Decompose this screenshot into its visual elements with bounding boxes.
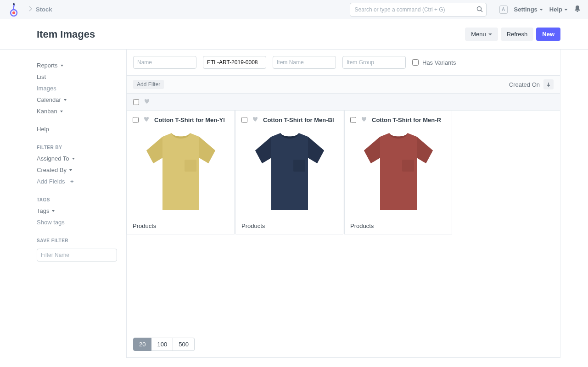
item-card[interactable]: Cotton T-Shirt for Men-Bl Products — [235, 111, 343, 234]
card-title: Cotton T-Shirt for Men-Bl — [263, 117, 334, 123]
chevron-down-icon — [69, 169, 72, 171]
filter-has-variants[interactable]: Has Variants — [412, 59, 456, 66]
app-logo[interactable] — [7, 3, 20, 16]
cards-container: Cotton T-Shirt for Men-Yl Products Cotto… — [127, 111, 560, 331]
sidebar-show-tags[interactable]: Show tags — [37, 217, 126, 228]
card-image — [236, 126, 343, 218]
svg-point-3 — [477, 6, 481, 11]
card-category: Products — [236, 218, 343, 234]
card-title: Cotton T-Shirt for Men-R — [372, 117, 441, 123]
chevron-down-icon — [539, 9, 543, 11]
filter-name-input[interactable] — [37, 249, 117, 261]
card-image — [127, 126, 234, 218]
svg-point-1 — [12, 11, 15, 14]
filter-item-group[interactable] — [342, 56, 406, 69]
page-size-20[interactable]: 20 — [133, 338, 151, 351]
save-filter-heading: SAVE FILTER — [37, 238, 126, 243]
search-input[interactable] — [350, 3, 487, 17]
card-category: Products — [345, 218, 452, 234]
pagination: 20100500 — [127, 331, 560, 357]
heart-icon[interactable] — [361, 116, 367, 123]
filter-by-heading: FILTER BY — [37, 145, 126, 150]
breadcrumb-item[interactable]: Stock — [36, 6, 52, 13]
chevron-down-icon — [564, 9, 568, 11]
chevron-down-icon — [72, 158, 75, 160]
sidebar-item-help[interactable]: Help — [37, 123, 126, 135]
chevron-down-icon — [61, 65, 63, 67]
card-checkbox[interactable] — [133, 117, 139, 123]
filter-name[interactable] — [133, 56, 196, 69]
addfilter-row: Add Filter Created On — [127, 76, 560, 94]
sidebar: Reports List Images Calendar Kanban Help… — [37, 50, 126, 358]
chevron-down-icon — [52, 210, 55, 212]
filter-row: Has Variants — [127, 50, 560, 76]
topbar: Stock A Settings Help — [0, 0, 588, 19]
tags-heading: TAGS — [37, 197, 126, 202]
card-head: Cotton T-Shirt for Men-Yl — [127, 111, 234, 126]
help-menu[interactable]: Help — [549, 6, 568, 13]
sort-direction-button[interactable] — [543, 79, 554, 89]
filter-item-code[interactable] — [203, 56, 266, 69]
page-actions: Menu Refresh New — [465, 28, 560, 41]
card-title: Cotton T-Shirt for Men-Yl — [154, 117, 225, 123]
sidebar-item-reports[interactable]: Reports — [37, 60, 126, 71]
refresh-button[interactable]: Refresh — [501, 28, 534, 41]
plus-icon: + — [70, 178, 74, 185]
heart-icon[interactable] — [144, 98, 150, 106]
has-variants-checkbox[interactable] — [412, 59, 419, 66]
main: Has Variants Add Filter Created On — [126, 50, 560, 358]
card-category: Products — [127, 218, 234, 234]
sidebar-item-list[interactable]: List — [37, 71, 126, 83]
menu-button[interactable]: Menu — [465, 28, 498, 41]
sidebar-filter-created-by[interactable]: Created By — [37, 164, 126, 176]
sidebar-item-calendar[interactable]: Calendar — [37, 94, 126, 106]
list-header — [127, 94, 560, 111]
page-size-500[interactable]: 500 — [173, 338, 195, 351]
chevron-down-icon — [60, 111, 63, 112]
svg-rect-7 — [402, 160, 414, 172]
search-icon — [476, 6, 483, 14]
page-title: Item Images — [37, 28, 95, 40]
svg-point-2 — [13, 3, 15, 5]
sort-control[interactable]: Created On — [509, 79, 554, 89]
heart-icon[interactable] — [143, 116, 150, 123]
page-head: Item Images Menu Refresh New — [0, 19, 588, 50]
item-card[interactable]: Cotton T-Shirt for Men-R Products — [344, 111, 452, 234]
arrow-down-icon — [546, 82, 551, 87]
settings-menu[interactable]: Settings — [514, 6, 543, 13]
svg-line-4 — [481, 10, 482, 12]
card-checkbox[interactable] — [241, 117, 247, 123]
bell-icon[interactable] — [574, 5, 581, 14]
avatar[interactable]: A — [499, 6, 508, 14]
card-head: Cotton T-Shirt for Men-Bl — [236, 111, 343, 126]
svg-rect-5 — [185, 160, 196, 172]
item-card[interactable]: Cotton T-Shirt for Men-Yl Products — [127, 111, 235, 234]
sidebar-add-fields[interactable]: Add Fields + — [37, 176, 126, 187]
sidebar-filter-assigned-to[interactable]: Assigned To — [37, 153, 126, 164]
sidebar-tags[interactable]: Tags — [37, 205, 126, 217]
svg-rect-6 — [293, 160, 305, 172]
select-all-checkbox[interactable] — [133, 99, 139, 105]
card-head: Cotton T-Shirt for Men-R — [345, 111, 452, 126]
card-checkbox[interactable] — [350, 117, 356, 123]
chevron-down-icon — [64, 99, 67, 101]
page-size-100[interactable]: 100 — [151, 338, 173, 351]
topbar-right: A Settings Help — [499, 5, 581, 14]
chevron-down-icon — [488, 33, 492, 35]
add-filter-button[interactable]: Add Filter — [133, 80, 164, 89]
sidebar-item-images[interactable]: Images — [37, 83, 126, 94]
breadcrumb[interactable]: Stock — [25, 6, 52, 13]
search-wrap — [350, 3, 487, 17]
card-image — [345, 126, 452, 218]
chevron-right-icon — [28, 6, 32, 13]
filter-item-name[interactable] — [273, 56, 336, 69]
sidebar-item-kanban[interactable]: Kanban — [37, 106, 126, 117]
new-button[interactable]: New — [536, 28, 560, 41]
heart-icon[interactable] — [252, 116, 258, 123]
